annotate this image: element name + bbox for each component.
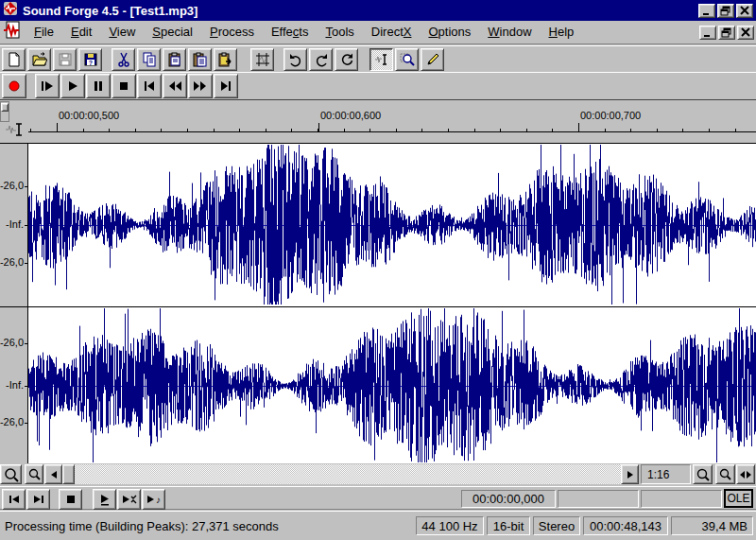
ruler-tick bbox=[526, 129, 527, 131]
child-minimize-button[interactable] bbox=[699, 26, 716, 40]
waveform-canvas[interactable] bbox=[28, 144, 756, 463]
level-label: -26,0 bbox=[0, 337, 24, 348]
scroll-right-button[interactable] bbox=[621, 464, 639, 484]
undo-button[interactable] bbox=[284, 48, 307, 71]
paste-special-button[interactable] bbox=[188, 48, 212, 71]
play-all-button[interactable] bbox=[35, 74, 60, 98]
playbar-time-display[interactable]: 00:00:00,000 bbox=[461, 490, 556, 508]
menu-item-file[interactable]: File bbox=[26, 21, 62, 44]
ruler-tick bbox=[83, 129, 84, 131]
playbar-go-to-start-button[interactable] bbox=[2, 489, 26, 510]
forward-button[interactable] bbox=[188, 74, 213, 98]
menu-item-directx[interactable]: DirectX bbox=[363, 21, 421, 44]
zoom-fit-button[interactable] bbox=[736, 464, 755, 484]
new-button[interactable] bbox=[2, 48, 26, 71]
zoom-out-button[interactable] bbox=[0, 464, 22, 484]
rewind-button[interactable] bbox=[163, 74, 187, 98]
level-ruler[interactable]: -26,0-Inf.-26,0-26,0-Inf.-26,0 bbox=[0, 144, 28, 463]
zoom-scroll-row: 1:16 bbox=[0, 463, 756, 486]
menu-item-view[interactable]: View bbox=[100, 21, 144, 44]
restore-button[interactable] bbox=[717, 4, 734, 18]
ruler-tick bbox=[109, 129, 110, 131]
menu-item-special[interactable]: Special bbox=[144, 21, 201, 44]
ruler-tick bbox=[657, 129, 658, 131]
ruler-tick bbox=[161, 129, 162, 131]
menu-item-edit[interactable]: Edit bbox=[62, 21, 100, 44]
level-tick bbox=[25, 225, 27, 226]
repeat-button[interactable] bbox=[335, 48, 358, 71]
child-restore-button[interactable] bbox=[718, 26, 735, 40]
menu-item-effects[interactable]: Effects bbox=[263, 21, 318, 44]
menu-item-process[interactable]: Process bbox=[201, 21, 263, 44]
menu-item-tools[interactable]: Tools bbox=[317, 21, 362, 44]
menu-item-help[interactable]: Help bbox=[541, 21, 583, 44]
level-tick bbox=[25, 423, 27, 424]
ruler-tick bbox=[605, 129, 606, 131]
playbar-field-3[interactable] bbox=[641, 490, 722, 508]
ole-drag-source[interactable]: OLE bbox=[724, 489, 753, 508]
playbar-play-plugin-button[interactable] bbox=[117, 489, 141, 510]
zoom-normal-button[interactable] bbox=[25, 464, 43, 484]
zoom-in-button[interactable] bbox=[693, 464, 713, 484]
ruler-tick bbox=[500, 129, 501, 131]
save-as-button[interactable]: ? bbox=[78, 48, 102, 71]
pause-button[interactable] bbox=[86, 74, 111, 98]
window-title: Sound Forge 4.5 - [Test1.mp3] bbox=[23, 4, 696, 18]
ruler-tick bbox=[369, 129, 370, 131]
level-label: -26,0 bbox=[0, 416, 24, 427]
record-button[interactable] bbox=[2, 74, 26, 98]
close-button[interactable] bbox=[736, 4, 753, 18]
paste-button[interactable] bbox=[163, 48, 186, 71]
status-panel-2: Stereo bbox=[533, 516, 580, 535]
pencil-tool-button[interactable] bbox=[421, 48, 444, 71]
stop-button[interactable] bbox=[112, 74, 136, 98]
magnify-tool-button[interactable] bbox=[395, 48, 419, 71]
copy-button[interactable] bbox=[137, 48, 161, 71]
channel-divider bbox=[0, 306, 756, 307]
current-tool-indicator bbox=[2, 116, 27, 143]
open-button[interactable] bbox=[27, 48, 51, 71]
paste-to-new-button[interactable] bbox=[214, 48, 237, 71]
level-label: -Inf. bbox=[6, 218, 24, 230]
status-panel-3: 00:00:48,143 bbox=[583, 516, 668, 535]
playbar-field-2[interactable] bbox=[558, 490, 639, 508]
document-icon[interactable] bbox=[3, 21, 22, 44]
playbar-go-to-end-button[interactable] bbox=[26, 489, 50, 510]
horizontal-scrollbar-track[interactable] bbox=[44, 464, 639, 484]
magnify-selection-button[interactable] bbox=[715, 464, 735, 484]
horizontal-scrollbar-thumb[interactable] bbox=[62, 464, 75, 484]
zoom-ratio-display[interactable]: 1:16 bbox=[641, 464, 691, 484]
ruler-tick bbox=[682, 129, 683, 131]
menu-bar: FileEditViewSpecialProcessEffectsToolsDi… bbox=[0, 21, 756, 44]
ruler-tick bbox=[30, 129, 31, 131]
level-zoom-thumb[interactable] bbox=[1, 103, 9, 112]
cut-button[interactable] bbox=[112, 48, 135, 71]
scroll-left-button[interactable] bbox=[44, 464, 62, 484]
ruler-tick bbox=[552, 129, 553, 131]
redo-button[interactable] bbox=[309, 48, 333, 71]
menu-item-window[interactable]: Window bbox=[479, 21, 540, 44]
playbar-stop-button[interactable] bbox=[59, 489, 82, 510]
play-button[interactable] bbox=[60, 74, 85, 98]
status-bar: Processing time (Building Peaks): 27,371… bbox=[0, 511, 756, 540]
ruler-tick bbox=[266, 129, 266, 131]
go-to-end-button[interactable] bbox=[214, 74, 238, 98]
save-button[interactable] bbox=[53, 48, 77, 71]
ruler-tick bbox=[421, 129, 422, 131]
trim-button[interactable] bbox=[250, 48, 274, 71]
edit-tool-button[interactable] bbox=[369, 48, 393, 71]
menu-item-options[interactable]: Options bbox=[420, 21, 479, 44]
standard-toolbar: ? bbox=[0, 45, 756, 72]
child-close-button[interactable] bbox=[737, 26, 754, 40]
ruler-tick bbox=[630, 129, 631, 131]
minimize-button[interactable] bbox=[698, 4, 715, 18]
level-label: -26,0 bbox=[0, 180, 24, 191]
app-icon bbox=[3, 1, 18, 20]
ruler-tick bbox=[291, 129, 292, 131]
ruler-tick bbox=[709, 129, 710, 131]
ruler-major-tick bbox=[318, 123, 319, 131]
time-ruler[interactable]: 00:00:00,50000:00:00,60000:00:00,700 bbox=[28, 108, 756, 132]
playbar-play-normal-button[interactable] bbox=[93, 489, 116, 510]
playbar-play-as-sample-button[interactable]: ♪ bbox=[142, 489, 165, 510]
go-to-start-button[interactable] bbox=[137, 74, 162, 98]
